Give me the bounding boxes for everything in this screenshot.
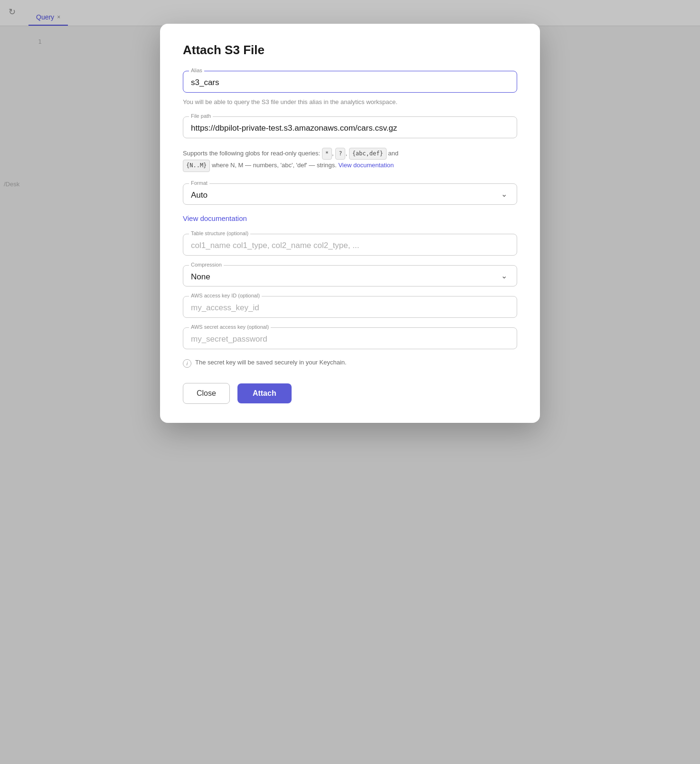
alias-label: Alias xyxy=(189,67,204,73)
format-select[interactable]: Auto CSV JSON Parquet ORC xyxy=(191,188,509,200)
globs-prefix: Supports the following globs for read-on… xyxy=(183,150,320,157)
alias-input[interactable] xyxy=(191,75,509,87)
compression-field-wrapper: Compression None GZip BZip2 Snappy LZ4 ⌄ xyxy=(183,265,517,286)
view-documentation-link[interactable]: View documentation xyxy=(183,214,247,222)
file-path-field-wrapper: File path xyxy=(183,116,517,138)
glob-range: {N..M} xyxy=(183,160,210,172)
modal-overlay: Attach S3 File Alias You will be able to… xyxy=(0,0,700,764)
table-structure-field-group: Table structure (optional) xyxy=(183,234,517,256)
aws-key-field-wrapper: AWS access key ID (optional) xyxy=(183,296,517,318)
globs-info: Supports the following globs for read-on… xyxy=(183,148,517,172)
file-path-input[interactable] xyxy=(191,121,509,133)
keychain-note: i The secret key will be saved securely … xyxy=(183,359,517,368)
alias-field-group: Alias You will be able to query the S3 f… xyxy=(183,71,517,107)
aws-secret-input[interactable] xyxy=(191,332,509,344)
compression-field-group: Compression None GZip BZip2 Snappy LZ4 ⌄ xyxy=(183,265,517,286)
table-structure-label: Table structure (optional) xyxy=(189,230,250,236)
glob-question: ? xyxy=(335,148,345,160)
compression-select[interactable]: None GZip BZip2 Snappy LZ4 xyxy=(191,269,509,281)
aws-secret-field-group: AWS secret access key (optional) xyxy=(183,327,517,349)
file-path-label: File path xyxy=(189,113,213,119)
format-field-wrapper: Format Auto CSV JSON Parquet ORC ⌄ xyxy=(183,183,517,205)
format-label: Format xyxy=(189,180,209,186)
modal-title: Attach S3 File xyxy=(183,43,517,57)
aws-key-field-group: AWS access key ID (optional) xyxy=(183,296,517,318)
globs-suffix: where N, M — numbers, 'abc', 'def' — str… xyxy=(212,162,337,169)
glob-braces: {abc,def} xyxy=(349,148,387,160)
file-path-field-group: File path xyxy=(183,116,517,138)
button-row: Close Attach xyxy=(183,383,517,404)
aws-secret-label: AWS secret access key (optional) xyxy=(189,324,271,330)
alias-hint: You will be able to query the S3 file un… xyxy=(183,97,517,107)
attach-s3-modal: Attach S3 File Alias You will be able to… xyxy=(160,24,540,423)
aws-key-input[interactable] xyxy=(191,300,509,313)
info-icon: i xyxy=(183,359,191,368)
compression-label: Compression xyxy=(189,262,224,267)
globs-view-doc-link[interactable]: View documentation xyxy=(338,162,394,169)
close-button[interactable]: Close xyxy=(183,383,230,404)
globs-and: and xyxy=(388,150,398,157)
alias-field-wrapper: Alias xyxy=(183,71,517,93)
glob-star: * xyxy=(322,148,332,160)
table-structure-field-wrapper: Table structure (optional) xyxy=(183,234,517,256)
table-structure-input[interactable] xyxy=(191,238,509,250)
format-field-group: Format Auto CSV JSON Parquet ORC ⌄ xyxy=(183,183,517,205)
attach-button[interactable]: Attach xyxy=(237,383,292,403)
keychain-note-text: The secret key will be saved securely in… xyxy=(195,359,347,366)
aws-secret-field-wrapper: AWS secret access key (optional) xyxy=(183,327,517,349)
aws-key-label: AWS access key ID (optional) xyxy=(189,293,262,298)
format-select-wrapper: Auto CSV JSON Parquet ORC ⌄ xyxy=(191,188,509,200)
compression-select-wrapper: None GZip BZip2 Snappy LZ4 ⌄ xyxy=(191,269,509,281)
